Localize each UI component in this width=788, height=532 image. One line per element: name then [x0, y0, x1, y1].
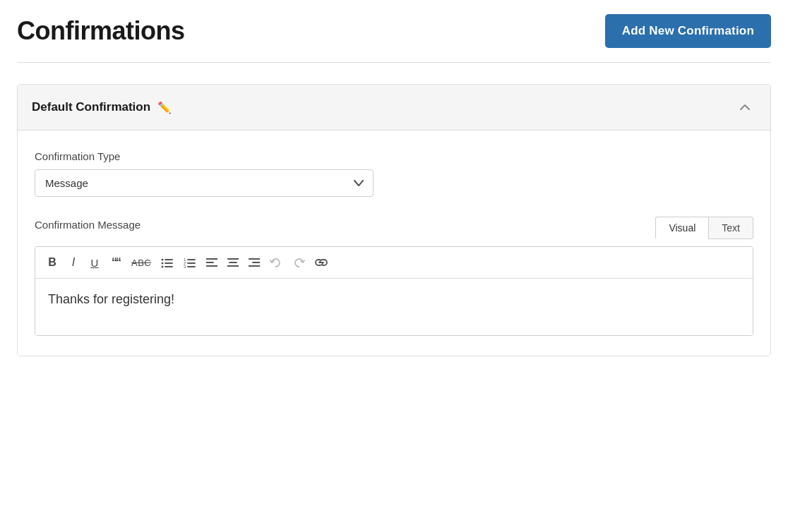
- toolbar-bold-button[interactable]: B: [42, 253, 62, 272]
- collapse-button[interactable]: [734, 96, 756, 119]
- page-header: Confirmations Add New Confirmation: [17, 14, 771, 63]
- confirmation-type-label: Confirmation Type: [35, 150, 753, 162]
- panel-header: Default Confirmation ✏️: [18, 85, 770, 131]
- add-new-confirmation-button[interactable]: Add New Confirmation: [605, 14, 771, 48]
- svg-point-2: [162, 262, 164, 265]
- svg-point-4: [162, 266, 164, 268]
- toolbar-link-button[interactable]: [311, 253, 332, 272]
- toolbar-unordered-list-button[interactable]: [157, 253, 178, 272]
- toolbar-align-right-button[interactable]: [244, 253, 264, 272]
- editor-content-area[interactable]: Thanks for registering!: [35, 279, 753, 335]
- confirmation-type-select-wrapper: Message Page Redirect: [35, 169, 374, 197]
- toolbar-undo-button[interactable]: [265, 253, 287, 272]
- editor-tabs: Visual Text: [655, 217, 753, 239]
- page-title: Confirmations: [17, 16, 185, 46]
- editor-container: B I U ““ ABC: [35, 246, 753, 336]
- toolbar-blockquote-button[interactable]: ““: [106, 253, 126, 272]
- message-field-header: Confirmation Message Visual Text: [35, 217, 753, 239]
- toolbar-ordered-list-button[interactable]: 1 2 3: [179, 253, 201, 272]
- panel-title-group: Default Confirmation ✏️: [32, 100, 172, 114]
- editor-toolbar: B I U ““ ABC: [35, 247, 753, 279]
- svg-text:3: 3: [184, 265, 186, 268]
- tab-visual[interactable]: Visual: [655, 217, 708, 239]
- confirmation-message-field: Confirmation Message Visual Text B I U “…: [35, 217, 753, 336]
- confirmation-panel: Default Confirmation ✏️ Confirmation Typ…: [17, 84, 771, 356]
- toolbar-italic-button[interactable]: I: [64, 253, 83, 272]
- tab-text[interactable]: Text: [708, 217, 753, 239]
- svg-point-0: [162, 259, 164, 261]
- edit-icon[interactable]: ✏️: [157, 101, 172, 114]
- toolbar-underline-button[interactable]: U: [85, 253, 105, 272]
- toolbar-align-left-button[interactable]: [202, 253, 222, 272]
- toolbar-strikethrough-button[interactable]: ABC: [127, 253, 155, 272]
- panel-body: Confirmation Type Message Page Redirect …: [18, 131, 770, 356]
- confirmation-type-select[interactable]: Message Page Redirect: [35, 169, 374, 197]
- toolbar-redo-button[interactable]: [288, 253, 309, 272]
- chevron-up-icon: [739, 102, 751, 113]
- panel-title: Default Confirmation: [32, 100, 150, 114]
- confirmation-type-field: Confirmation Type Message Page Redirect: [35, 150, 753, 197]
- toolbar-align-center-button[interactable]: [223, 253, 243, 272]
- confirmation-message-label: Confirmation Message: [35, 219, 141, 231]
